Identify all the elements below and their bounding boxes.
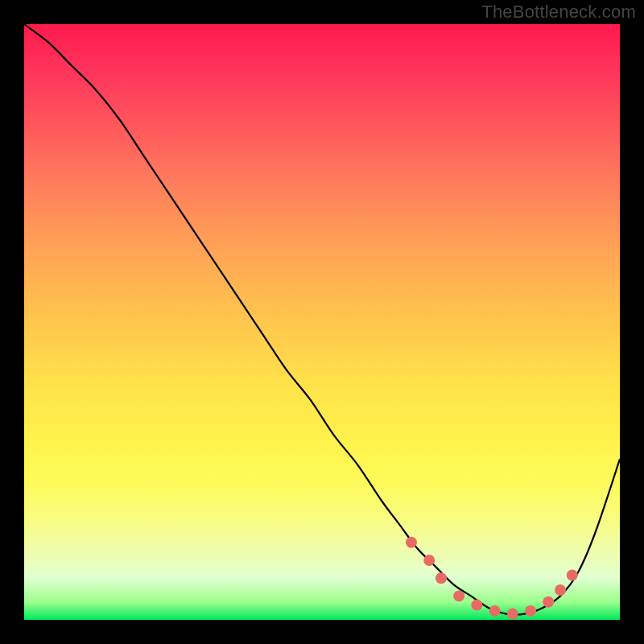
highlight-dot <box>436 572 447 584</box>
watermark-text: TheBottleneck.com <box>481 2 636 23</box>
highlight-dot <box>543 597 554 608</box>
bottleneck-curve-path <box>24 24 620 615</box>
highlight-dot <box>555 584 566 596</box>
highlight-dot <box>406 537 417 548</box>
highlight-dots <box>406 537 578 620</box>
highlight-dot <box>423 555 435 566</box>
highlight-dot <box>567 570 578 581</box>
plot-area <box>24 24 620 620</box>
highlight-dot <box>489 605 501 617</box>
highlight-dot <box>507 609 518 620</box>
highlight-dot <box>453 590 464 601</box>
curve-svg <box>24 24 620 620</box>
highlight-dot <box>525 605 536 617</box>
chart-frame: TheBottleneck.com <box>0 0 644 644</box>
highlight-dot <box>471 600 482 611</box>
